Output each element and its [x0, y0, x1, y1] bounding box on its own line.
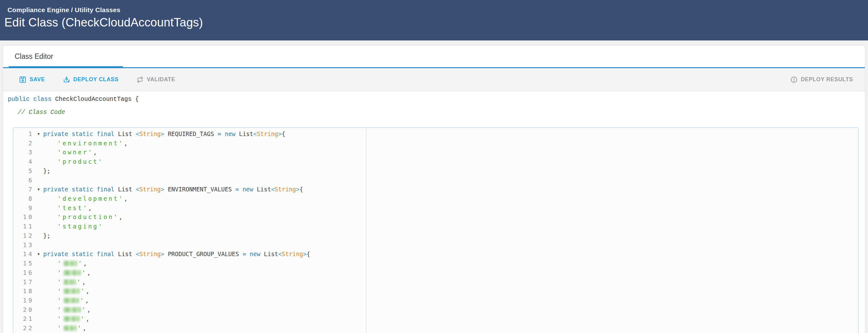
- code-line[interactable]: 21 '',: [13, 314, 858, 324]
- code-text: private static final List <String> REQUI…: [43, 129, 285, 139]
- line-number: 15: [13, 259, 34, 268]
- code-line[interactable]: 3 'owner',: [13, 148, 858, 157]
- line-number: 5: [13, 166, 34, 176]
- code-line[interactable]: 12};: [13, 231, 858, 241]
- code-line[interactable]: 14▾private static final List <String> PR…: [13, 250, 858, 259]
- code-text: [43, 176, 46, 185]
- tab-label: Class Editor: [14, 52, 53, 61]
- code-line[interactable]: 1▾private static final List <String> REQ…: [13, 129, 858, 139]
- fold-gutter: [34, 314, 43, 324]
- fold-gutter: [34, 139, 43, 148]
- deploy-class-button[interactable]: DEPLOY CLASS: [63, 76, 119, 83]
- code-text: '',: [43, 324, 86, 333]
- code-text: '',: [43, 305, 91, 315]
- fold-gutter: [34, 157, 43, 166]
- code-text: };: [43, 166, 51, 176]
- code-text: '',: [43, 259, 87, 268]
- redacted-string: [63, 307, 81, 312]
- code-line[interactable]: 15 '',: [13, 259, 858, 268]
- fold-gutter: [34, 231, 43, 241]
- page-header: Compliance Engine / Utility Classes Edit…: [0, 0, 868, 40]
- code-line[interactable]: 17 '',: [13, 278, 858, 287]
- line-number: 20: [13, 305, 34, 315]
- fold-gutter: [34, 194, 43, 204]
- code-text: 'production',: [43, 213, 123, 222]
- code-line[interactable]: 4 'product': [13, 157, 858, 166]
- line-number: 10: [13, 213, 34, 222]
- code-line[interactable]: 6: [13, 176, 858, 185]
- code-section: public class CheckCloudAccountTags { // …: [3, 91, 865, 333]
- alert-circle-icon: [790, 76, 798, 83]
- deploy-icon: [63, 76, 70, 83]
- code-text: 'environment',: [43, 139, 128, 148]
- line-number: 16: [13, 268, 34, 278]
- code-line[interactable]: 16 '',: [13, 268, 858, 278]
- line-number: 19: [13, 296, 34, 305]
- code-lines: 1▾private static final List <String> REQ…: [13, 129, 858, 333]
- code-text: 'product': [43, 157, 103, 166]
- tab-class-editor[interactable]: Class Editor: [9, 46, 123, 67]
- line-number: 6: [13, 176, 34, 185]
- fold-gutter: [34, 259, 43, 268]
- deploy-results-button[interactable]: DEPLOY RESULTS: [790, 76, 853, 83]
- code-line[interactable]: 19 '',: [13, 296, 858, 305]
- code-line[interactable]: 22 '',: [13, 324, 858, 333]
- code-text: };: [43, 231, 51, 241]
- fold-gutter: [34, 278, 43, 287]
- line-number: 8: [13, 194, 34, 204]
- fold-arrow-icon[interactable]: ▾: [34, 185, 43, 194]
- code-line[interactable]: 20 '',: [13, 305, 858, 315]
- fold-gutter: [34, 268, 43, 278]
- code-text: private static final List <String> ENVIR…: [43, 185, 303, 194]
- fold-gutter: [34, 324, 43, 333]
- editor-toolbar: SAVE DEPLOY CLASS VALIDAT: [3, 68, 865, 91]
- fold-arrow-icon[interactable]: ▾: [34, 129, 43, 139]
- fold-gutter: [34, 241, 43, 250]
- line-number: 17: [13, 278, 34, 287]
- validate-label: VALIDATE: [147, 76, 175, 83]
- code-line[interactable]: 9 'test',: [13, 204, 858, 213]
- validate-button[interactable]: VALIDATE: [136, 76, 175, 83]
- code-text: private static final List <String> PRODU…: [43, 250, 310, 259]
- fold-gutter: [34, 148, 43, 157]
- line-number: 13: [13, 241, 34, 250]
- code-line[interactable]: 2 'environment',: [13, 139, 858, 148]
- line-number: 2: [13, 139, 34, 148]
- fold-gutter: [34, 286, 43, 296]
- code-text: [43, 241, 46, 250]
- code-line[interactable]: 5};: [13, 166, 858, 176]
- code-text: '',: [43, 286, 89, 296]
- line-number: 4: [13, 157, 34, 166]
- fold-gutter: [34, 176, 43, 185]
- line-number: 9: [13, 204, 34, 213]
- redacted-string: [63, 298, 79, 303]
- code-editor[interactable]: 1▾private static final List <String> REQ…: [13, 127, 859, 333]
- code-line[interactable]: 8 'development',: [13, 194, 858, 204]
- save-label: SAVE: [30, 76, 45, 83]
- code-line[interactable]: 13: [13, 241, 858, 250]
- code-line[interactable]: 11 'staging': [13, 222, 858, 231]
- breadcrumb[interactable]: Compliance Engine / Utility Classes: [7, 6, 868, 14]
- line-number: 7: [13, 185, 34, 194]
- redacted-string: [63, 289, 80, 294]
- declaration-keyword: public class: [8, 96, 51, 103]
- fold-gutter: [34, 166, 43, 176]
- save-button[interactable]: SAVE: [19, 76, 45, 83]
- deploy-results-label: DEPLOY RESULTS: [801, 76, 853, 83]
- line-number: 11: [13, 222, 34, 231]
- code-line[interactable]: 10 'production',: [13, 213, 858, 222]
- redacted-string: [63, 270, 81, 275]
- code-text: '',: [43, 296, 89, 305]
- fold-arrow-icon[interactable]: ▾: [34, 250, 43, 259]
- redacted-string: [63, 326, 76, 331]
- line-number: 14: [13, 250, 34, 259]
- line-number: 12: [13, 231, 34, 241]
- line-number: 21: [13, 314, 34, 324]
- code-text: 'test',: [43, 204, 92, 213]
- redacted-string: [63, 279, 76, 285]
- fold-gutter: [34, 213, 43, 222]
- code-text: 'staging': [43, 222, 103, 231]
- code-line[interactable]: 18 '',: [13, 286, 858, 296]
- fold-gutter: [34, 305, 43, 315]
- code-line[interactable]: 7▾private static final List <String> ENV…: [13, 185, 858, 194]
